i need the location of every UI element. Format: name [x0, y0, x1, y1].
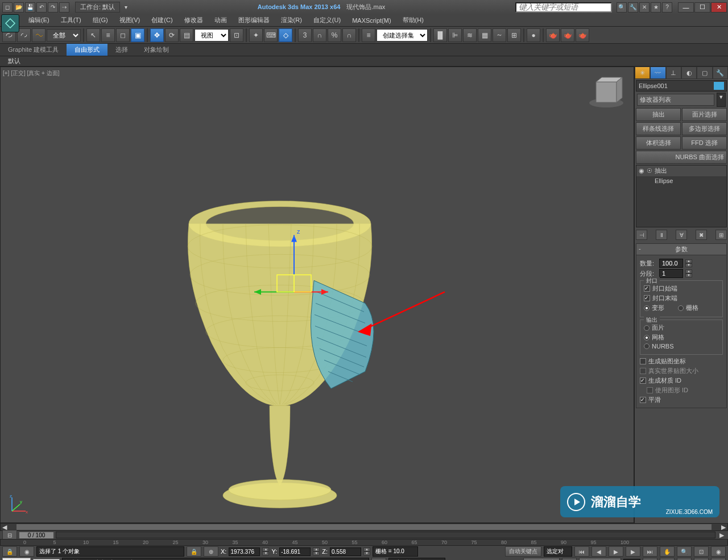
menu-create[interactable]: 创建(C): [146, 14, 178, 26]
time-slider[interactable]: [56, 532, 715, 538]
viewport-scrollbar-h[interactable]: ◀▶: [0, 523, 728, 531]
menu-customize[interactable]: 自定义(U): [308, 14, 346, 26]
x-coord-field[interactable]: 1973.376: [229, 547, 260, 556]
object-name-field[interactable]: Ellipse001: [636, 80, 727, 92]
quick-btn-splinesel[interactable]: 样条线选择: [636, 122, 681, 135]
real-world-checkbox[interactable]: [640, 368, 646, 374]
create-tab-icon[interactable]: ✳: [635, 67, 650, 79]
gen-matid-checkbox[interactable]: [640, 378, 646, 384]
motion-tab-icon[interactable]: ◐: [681, 67, 697, 79]
selection-filter-dropdown[interactable]: 全部: [47, 29, 81, 42]
use-shapeid-checkbox[interactable]: [647, 387, 653, 393]
edged-faces-icon[interactable]: ∩: [342, 28, 356, 42]
patch-radio[interactable]: [644, 325, 650, 331]
amount-spinner[interactable]: 100.0: [659, 259, 683, 268]
gen-map-checkbox[interactable]: [640, 358, 646, 364]
pin-stack-icon[interactable]: ⊣: [636, 230, 647, 240]
abs-rel-icon[interactable]: ⊕: [204, 546, 218, 557]
tools-icon[interactable]: 🔧: [628, 2, 638, 13]
spinner-snap-icon[interactable]: %: [328, 28, 341, 42]
nav-fov-icon[interactable]: ⊡: [694, 546, 709, 557]
select-rotate-icon[interactable]: ⟳: [165, 28, 179, 42]
percent-snap-icon[interactable]: ∩: [313, 28, 326, 42]
redo-icon[interactable]: ↷: [48, 2, 58, 13]
window-crossing-icon[interactable]: ▣: [131, 28, 144, 42]
render-production-icon[interactable]: 🫖: [576, 28, 589, 42]
selection-lock-icon[interactable]: 🔒: [187, 546, 201, 557]
schematic-view-icon[interactable]: ⊞: [507, 28, 521, 42]
rendered-frame-icon[interactable]: 🫖: [561, 28, 574, 42]
nav-region-zoom-icon[interactable]: ⊡: [677, 558, 692, 560]
menu-modifiers[interactable]: 修改器: [179, 14, 209, 26]
save-icon[interactable]: 💾: [25, 2, 35, 13]
ribbon-tab-selection[interactable]: 选择: [107, 44, 136, 56]
render-setup-icon[interactable]: 🫖: [546, 28, 560, 42]
link-icon[interactable]: ⇢: [59, 2, 69, 13]
star-icon[interactable]: ★: [651, 2, 661, 13]
grid-radio[interactable]: [678, 305, 684, 311]
close-button[interactable]: ✕: [711, 2, 727, 13]
key-mode-dropdown[interactable]: 选定对: [544, 546, 572, 557]
prev-frame-icon[interactable]: ◀: [592, 546, 606, 557]
morph-radio[interactable]: [644, 305, 650, 311]
undo-icon[interactable]: ↶: [36, 2, 47, 13]
layers-icon[interactable]: ≋: [463, 28, 477, 42]
y-coord-field[interactable]: -18.691: [279, 547, 311, 556]
viewcube[interactable]: [584, 72, 629, 117]
rollout-header[interactable]: 参数: [636, 244, 726, 255]
ribbon-tab-objectpaint[interactable]: 对象绘制: [136, 44, 177, 56]
nav-orbit-icon[interactable]: ◉: [711, 546, 726, 557]
menu-animation[interactable]: 动画: [209, 14, 233, 26]
hierarchy-tab-icon[interactable]: ⊥: [666, 67, 681, 79]
select-by-name-icon[interactable]: ≡: [101, 28, 115, 42]
workspace-dropdown[interactable]: 工作台: 默认: [75, 2, 120, 13]
named-selection-dropdown[interactable]: 创建选择集: [377, 29, 428, 42]
nav-maximize-icon[interactable]: ⊞: [711, 558, 726, 560]
help-search-input[interactable]: [515, 2, 612, 13]
material-editor-icon[interactable]: ●: [527, 28, 540, 42]
modifier-base-ellipse[interactable]: Ellipse: [636, 176, 726, 185]
next-frame-icon[interactable]: ▶: [626, 546, 640, 557]
viewport-label[interactable]: [+] [正交] [真实 + 边面]: [3, 69, 59, 77]
key-icon[interactable]: 🔑: [562, 558, 577, 560]
segments-spinner[interactable]: 1: [659, 269, 683, 278]
remove-modifier-icon[interactable]: ✖: [696, 230, 707, 240]
lock-selection-icon[interactable]: 🔒: [2, 546, 17, 557]
viewport[interactable]: [+] [正交] [真实 + 边面]: [0, 67, 634, 523]
time-ruler[interactable]: 0510152025303540455055606570758085909510…: [0, 539, 728, 546]
goto-end-icon[interactable]: ⏭: [643, 546, 657, 557]
cap-end-checkbox[interactable]: [644, 295, 650, 301]
open-icon[interactable]: 📂: [14, 2, 24, 13]
quick-btn-patchsel[interactable]: 面片选择: [682, 108, 727, 121]
macro-recorder-icon[interactable]: ▣: [371, 558, 386, 560]
z-coord-field[interactable]: 0.558: [330, 547, 361, 556]
snap-toggle-icon[interactable]: ◇: [279, 28, 292, 42]
maximize-button[interactable]: ☐: [694, 2, 710, 13]
add-time-tag[interactable]: 添加时间标记: [388, 558, 445, 560]
modifier-list-dropdown[interactable]: 修改器列表: [637, 94, 714, 106]
bind-spacewarp-icon[interactable]: [32, 28, 46, 42]
goto-start-icon[interactable]: ⏮: [574, 546, 589, 557]
modifier-stack[interactable]: ◉☉抽出 Ellipse: [636, 165, 727, 227]
show-end-result-icon[interactable]: Ⅱ: [656, 230, 667, 240]
select-scale-icon[interactable]: ▤: [180, 28, 193, 42]
mesh-radio[interactable]: [644, 335, 650, 341]
application-menu-button[interactable]: [1, 14, 19, 32]
select-object-icon[interactable]: ↖: [86, 28, 100, 42]
nav-pan-icon[interactable]: ✋: [660, 546, 675, 557]
minimize-button[interactable]: —: [678, 2, 694, 13]
keyboard-shortcut-icon[interactable]: ⌨: [264, 28, 278, 42]
make-unique-icon[interactable]: ∀: [676, 230, 687, 240]
menu-tools[interactable]: 工具(T): [55, 14, 87, 26]
exchange-icon[interactable]: ✕: [639, 2, 650, 13]
quick-btn-polysel[interactable]: 多边形选择: [682, 122, 727, 135]
select-move-icon[interactable]: ✥: [150, 28, 164, 42]
manipulate-icon[interactable]: ✦: [249, 28, 263, 42]
named-selection-icon[interactable]: ≡: [362, 28, 375, 42]
pivot-center-icon[interactable]: ⊡: [230, 28, 243, 42]
mirror-icon[interactable]: ▐▌: [433, 28, 447, 42]
menu-views[interactable]: 视图(V): [114, 14, 146, 26]
configure-sets-icon[interactable]: ⊞: [715, 230, 727, 240]
nav-zoom-extents-icon[interactable]: ⊡: [660, 558, 675, 560]
infocenter-icon[interactable]: 🔍: [617, 2, 627, 13]
